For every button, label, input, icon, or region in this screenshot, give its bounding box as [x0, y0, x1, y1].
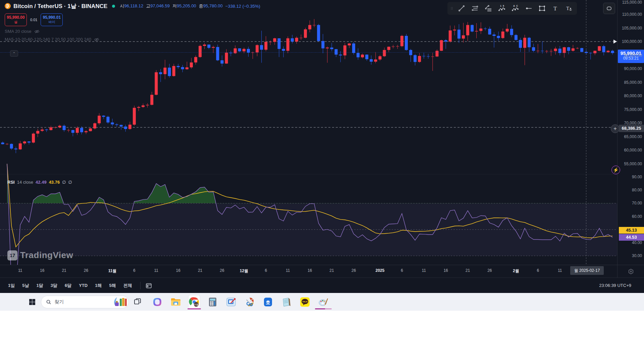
svg-text:호: 호 — [266, 300, 270, 305]
svg-text:C: C — [516, 5, 518, 7]
range-1해[interactable]: 1해 — [95, 283, 102, 288]
time-tick-label: 26 — [487, 268, 492, 273]
calculator-app-icon[interactable] — [207, 295, 218, 309]
divider — [140, 282, 141, 289]
instant-order-lightning-button[interactable]: ⚡ — [611, 166, 620, 174]
paint-app-icon[interactable] — [318, 295, 329, 309]
price-tick-label: 60,000.00 — [624, 148, 642, 153]
favorites-drawing-toolbar[interactable]: 15ACTT — [447, 2, 577, 15]
text-tool-icon[interactable]: T — [549, 3, 561, 14]
picpick-app-icon[interactable] — [244, 295, 255, 309]
rsi-legend[interactable]: RSI 14 close 42.49 43.76 ∅ ∅ — [7, 180, 72, 185]
axis-settings-corner[interactable] — [617, 265, 644, 278]
time-tick-label: 21 — [329, 268, 334, 273]
time-tick-label: 16 — [443, 268, 448, 273]
time-tick-label: 12월 — [240, 268, 248, 274]
go-to-date-icon[interactable] — [145, 282, 153, 289]
chrome-app-icon[interactable]: 아름 — [189, 295, 200, 309]
time-tick-label: 11 — [286, 268, 290, 273]
fullscreen-button[interactable] — [603, 3, 615, 14]
rsi-tick-label: 30.00 — [632, 253, 642, 258]
svg-text:아름: 아름 — [194, 303, 199, 305]
rsi-ma-axis-label: 45.13 — [619, 227, 644, 234]
windows-start-button[interactable] — [28, 298, 36, 306]
time-tick-label: 2025 — [376, 268, 385, 273]
add-alert-plus-button[interactable]: + — [611, 124, 620, 133]
collapse-legend-button[interactable]: ⌃ — [10, 50, 18, 57]
horizontal-ray-icon[interactable] — [523, 3, 535, 14]
tradingview-watermark: 17 TradingView — [7, 250, 73, 260]
elliott-correction-ac-icon[interactable]: AC — [509, 3, 521, 14]
symbol-title[interactable]: Bitcoin / TetherUS · 1날 · BINANCE — [13, 2, 107, 10]
taskbar-search-input[interactable]: 찾기 — [41, 296, 129, 308]
price-axis[interactable]: 95,990.01 09:53:21 68,386.25 45.13 44.53… — [617, 0, 644, 265]
time-tick-label: 6 — [537, 268, 539, 273]
price-tick-label: 90,000.00 — [624, 66, 642, 71]
file-explorer-app-icon[interactable] — [170, 295, 181, 309]
svg-text:TALK: TALK — [302, 301, 308, 303]
indicator-ma[interactable]: MA5-10-20-60-120-240 7 20 50 100 200 240 — [5, 37, 260, 42]
price-tick-label: 100,000.00 — [622, 39, 642, 44]
time-tick-label: 16 — [308, 268, 312, 273]
time-tick-label: 21 — [62, 268, 66, 273]
price-tick-label: 65,000.00 — [624, 134, 642, 139]
sell-button[interactable]: 95,990.00셀 — [5, 13, 27, 26]
rsi-tick-label: 40.00 — [632, 240, 642, 245]
eye-off-icon[interactable] — [34, 29, 40, 34]
hancom-app-icon[interactable]: 호 — [262, 295, 274, 309]
kakaotalk-app-icon[interactable]: TALK — [299, 295, 311, 309]
time-tick-label: 21 — [466, 268, 470, 273]
bitcoin-icon: ₿ — [5, 3, 11, 9]
time-tick-label: 11 — [18, 268, 22, 273]
rsi-axis-label: 44.53 — [619, 234, 644, 241]
notepad-app-icon[interactable] — [281, 295, 292, 309]
rsi-tick-label: 70.00 — [632, 201, 642, 205]
drag-handle-icon[interactable] — [449, 3, 454, 14]
anchored-text-icon[interactable]: T — [563, 3, 575, 14]
time-tick-label: 21 — [198, 268, 202, 273]
task-view-button[interactable] — [133, 298, 142, 306]
ohlc-values: 시96,118.12 고97,046.59 저95,205.00 종95,780… — [120, 3, 260, 9]
gear-icon[interactable] — [628, 268, 634, 275]
time-tick-label: 6 — [401, 268, 403, 273]
rsi-value: 42.49 — [36, 180, 47, 185]
range-5해[interactable]: 5해 — [109, 283, 116, 288]
price-tick-label: 110,000.00 — [622, 12, 642, 17]
chart-legend: ₿ Bitcoin / TetherUS · 1날 · BINANCE 시96,… — [5, 1, 260, 42]
svg-text:5: 5 — [503, 5, 504, 7]
range-전체[interactable]: 전체 — [123, 283, 132, 288]
clock-utc[interactable]: 23:06:39 UTC+9 — [599, 283, 631, 288]
range-6달[interactable]: 6달 — [65, 283, 71, 288]
range-3달[interactable]: 3달 — [51, 283, 57, 288]
rsi-tick-label: 60.00 — [632, 214, 642, 219]
search-highlight-image[interactable] — [112, 297, 127, 307]
time-tick-label: 6 — [133, 268, 136, 273]
range-5날[interactable]: 5날 — [22, 283, 29, 288]
time-tick-label: 11 — [558, 268, 562, 273]
pitchfork-icon[interactable] — [482, 3, 494, 14]
rsi-name: RSI — [7, 180, 15, 185]
copilot-app-icon[interactable] — [152, 295, 163, 309]
screen-capture-app-icon[interactable] — [225, 295, 237, 309]
svg-text:1: 1 — [500, 5, 501, 7]
time-tick-label: 11월 — [108, 268, 117, 274]
rsi-ma-value: 43.76 — [49, 180, 60, 185]
range-YTD[interactable]: YTD — [79, 283, 88, 288]
elliott-impulse-15-icon[interactable]: 15 — [496, 3, 508, 14]
range-1달[interactable]: 1달 — [36, 283, 43, 288]
time-axis[interactable]: 월 2025-02-17 1116212611월61116212612월6111… — [0, 265, 617, 278]
rectangle-icon[interactable] — [536, 3, 548, 14]
price-tick-label: 70,000.00 — [624, 121, 642, 125]
range-1일[interactable]: 1일 — [8, 283, 15, 288]
eye-off-icon[interactable] — [94, 37, 99, 42]
tradingview-window: 17 TradingView RSI 14 close 42.49 43.76 … — [0, 0, 644, 293]
buy-button[interactable]: 95,990.01바이 — [41, 13, 63, 26]
trend-line-icon[interactable] — [455, 3, 468, 14]
svg-text:T: T — [566, 6, 569, 11]
windows-taskbar: 찾기 아름호TALK 한 오후 11:06 — [0, 293, 644, 311]
parallel-channel-icon[interactable] — [469, 3, 481, 14]
range-toolbar: 1일5날1달3달6달YTD1해5해전체 23:06:39 UTC+9 — [0, 278, 644, 293]
time-tick-label: 2월 — [513, 268, 519, 274]
indicator-sma[interactable]: SMA 20 close — [5, 28, 260, 34]
watermark-text: TradingView — [20, 250, 73, 260]
